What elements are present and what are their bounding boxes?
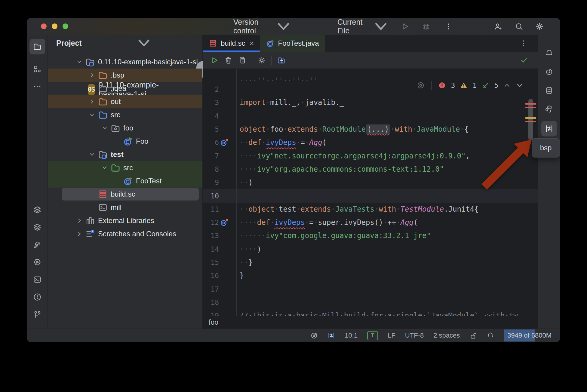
code-text[interactable]: } bbox=[237, 271, 244, 280]
tree-item-footest[interactable]: FooTest bbox=[48, 174, 202, 188]
tree-chevron[interactable] bbox=[99, 165, 111, 171]
overrides-gutter-icon[interactable] bbox=[220, 138, 229, 147]
error-stripe-mark[interactable] bbox=[525, 103, 536, 105]
copy-button[interactable] bbox=[235, 54, 249, 67]
tree-item-scratches-and-consoles[interactable]: Scratches and Consoles bbox=[48, 227, 202, 240]
tree-item-test[interactable]: test bbox=[48, 148, 202, 161]
close-window-button[interactable] bbox=[41, 23, 47, 29]
tree-chevron[interactable] bbox=[73, 218, 85, 224]
tab-options-button[interactable] bbox=[519, 39, 528, 47]
code-text[interactable]: ··} bbox=[237, 258, 253, 267]
tree-item--bsp[interactable]: .bsp bbox=[48, 69, 202, 82]
warning-count[interactable]: 1 bbox=[472, 81, 477, 89]
rail-layers-top-button[interactable] bbox=[29, 202, 45, 218]
code-text[interactable]: ····ivy"net.sourceforge.argparse4j:argpa… bbox=[237, 152, 470, 160]
prev-problem-button[interactable] bbox=[503, 81, 511, 89]
code-text[interactable]: ····def·ivyDeps·=·super.ivyDeps()·++·Agg… bbox=[237, 218, 418, 227]
breadcrumb[interactable]: foo bbox=[203, 316, 538, 329]
tree-chevron[interactable] bbox=[86, 152, 98, 158]
zoom-window-button[interactable] bbox=[63, 23, 68, 29]
code-text[interactable]: ····''··''··''··'' bbox=[237, 78, 318, 83]
rail-structure-button[interactable] bbox=[29, 61, 45, 77]
code-text[interactable]: //·This·is·a·basic·Mill·build·for·a·sing… bbox=[237, 311, 518, 316]
editor-scrollbar-thumb[interactable] bbox=[528, 99, 533, 140]
run-button[interactable] bbox=[401, 22, 409, 31]
code-text[interactable]: ··object·test·extends·JavaTests·with·Tes… bbox=[237, 205, 479, 213]
rail-build-button[interactable] bbox=[29, 237, 45, 253]
close-tab-icon[interactable]: × bbox=[249, 39, 254, 47]
rail-python-packages-button[interactable] bbox=[541, 102, 557, 116]
tree-chevron[interactable] bbox=[86, 99, 98, 105]
status-todo-widget[interactable]: T bbox=[367, 331, 378, 340]
tree-item-mill[interactable]: mill bbox=[48, 201, 202, 214]
error-stripe-mark[interactable] bbox=[525, 121, 536, 122]
breadcrumb-item[interactable]: foo bbox=[209, 318, 218, 326]
tree-chevron[interactable] bbox=[86, 112, 98, 118]
more-actions-button[interactable] bbox=[444, 22, 453, 31]
overrides-gutter-icon[interactable] bbox=[220, 218, 229, 227]
run-button[interactable] bbox=[207, 54, 221, 67]
tree-item-out[interactable]: out bbox=[48, 95, 202, 108]
code-text[interactable]: import·mill._,·javalib._ bbox=[237, 98, 344, 107]
tree-item-foo[interactable]: Foo bbox=[48, 135, 202, 148]
status-reader-mode[interactable] bbox=[310, 332, 318, 339]
status-indentation[interactable]: 2 spaces bbox=[433, 332, 460, 339]
rail-more-tool-windows-button[interactable] bbox=[29, 79, 45, 94]
status-text: LF bbox=[388, 332, 395, 339]
tree-item-foo[interactable]: foo bbox=[48, 121, 202, 135]
code-text[interactable]: object·foo·extends·RootModule(...)·with·… bbox=[237, 125, 469, 133]
status-bsp-sync-widget[interactable] bbox=[327, 332, 335, 339]
run-configuration-widget[interactable]: Current File bbox=[337, 18, 397, 35]
status-notifications[interactable] bbox=[487, 332, 494, 339]
tree-item-src[interactable]: src bbox=[48, 161, 202, 174]
rail-layers-bottom-button[interactable] bbox=[29, 219, 45, 235]
code-editor[interactable]: ····''··''··''··''23import·mill._,·javal… bbox=[203, 69, 538, 316]
rail-project-button[interactable] bbox=[29, 39, 45, 54]
code-text[interactable]: ··def·ivyDeps·=·Agg( bbox=[237, 138, 327, 147]
tree-chevron[interactable] bbox=[73, 59, 85, 65]
tree-chevron[interactable] bbox=[99, 125, 111, 131]
status-file-encoding[interactable]: UTF-8 bbox=[405, 332, 424, 339]
tree-item-0-11-10-example-basicjava-1-si[interactable]: 0.11.10-example-basicjava-1-si bbox=[48, 55, 202, 69]
rail-database-button[interactable] bbox=[541, 84, 557, 97]
tree-chevron[interactable] bbox=[73, 231, 85, 237]
rail-terminal-button[interactable] bbox=[29, 272, 45, 287]
code-text[interactable]: ····) bbox=[237, 245, 261, 253]
status-memory-indicator[interactable]: 3949 of 6800M bbox=[504, 329, 555, 341]
passed-count[interactable]: 5 bbox=[494, 81, 498, 89]
rail-problems-button[interactable] bbox=[29, 289, 45, 305]
tree-item--idea[interactable]: .idea bbox=[48, 82, 202, 95]
code-text[interactable]: ··) bbox=[237, 178, 253, 187]
vcs-widget[interactable]: Version control bbox=[233, 18, 303, 35]
rail-ai-assistant-button[interactable] bbox=[541, 65, 557, 79]
status-write-access[interactable] bbox=[469, 332, 477, 339]
code-text[interactable]: ····ivy"org.apache.commons:commons-text:… bbox=[237, 165, 444, 173]
delete-button[interactable] bbox=[221, 54, 235, 67]
code-text[interactable]: ······ivy"com.google.guava:guava:33.2.1-… bbox=[237, 231, 431, 240]
code-with-me-button[interactable] bbox=[494, 22, 502, 31]
status-line-separator[interactable]: LF bbox=[388, 332, 395, 339]
tab-build-sc[interactable]: build.sc× bbox=[203, 35, 260, 52]
debug-button[interactable] bbox=[422, 22, 430, 31]
minimize-window-button[interactable] bbox=[52, 23, 57, 29]
tab-footest-java[interactable]: FooTest.java bbox=[260, 35, 325, 52]
load-changes-button[interactable] bbox=[274, 54, 288, 67]
settings-button[interactable] bbox=[535, 22, 544, 31]
settings-button[interactable] bbox=[255, 54, 269, 67]
rail-version-control-button[interactable] bbox=[29, 307, 45, 322]
tree-item-external-libraries[interactable]: External Libraries bbox=[48, 214, 202, 227]
tree-chevron[interactable] bbox=[86, 85, 98, 91]
rail-bsp-button[interactable] bbox=[541, 121, 557, 136]
rail-notifications-button[interactable] bbox=[541, 46, 557, 60]
error-stripe-mark[interactable] bbox=[525, 107, 536, 108]
warning-stripe-mark[interactable] bbox=[525, 117, 536, 119]
search-everywhere-button[interactable] bbox=[515, 22, 523, 31]
highlighting-eye-icon[interactable] bbox=[417, 81, 425, 89]
tree-chevron[interactable] bbox=[86, 72, 98, 78]
next-problem-button[interactable] bbox=[516, 81, 524, 89]
rail-services-button[interactable] bbox=[29, 254, 45, 270]
status-caret-position[interactable]: 10:1 bbox=[345, 332, 358, 339]
tree-item-src[interactable]: src bbox=[48, 108, 202, 121]
tree-item-build-sc[interactable]: build.sc bbox=[48, 188, 202, 201]
error-count[interactable]: 3 bbox=[451, 81, 455, 89]
